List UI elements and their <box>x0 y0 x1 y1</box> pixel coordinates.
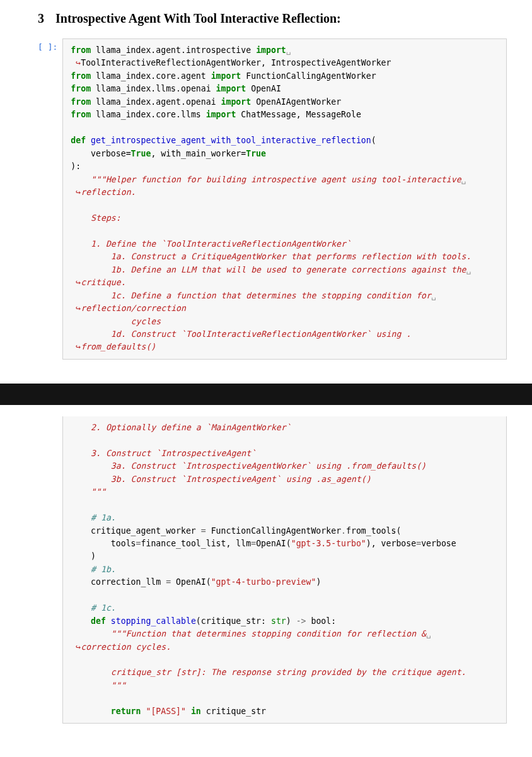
code-cell: [ ]: from llama_index.agent.introspectiv… <box>38 38 507 360</box>
code-block-2[interactable]: 2. Optionally define a `MainAgentWorker`… <box>62 416 507 724</box>
code-cell-cont: [ ]: 2. Optionally define a `MainAgentWo… <box>38 416 507 724</box>
code-block-1[interactable]: from llama_index.agent.introspective imp… <box>62 38 507 360</box>
notebook-page-2: [ ]: 2. Optionally define a `MainAgentWo… <box>0 416 532 736</box>
input-prompt[interactable]: [ ]: <box>38 38 57 52</box>
heading-title: Introspective Agent With Tool Interactiv… <box>55 11 341 25</box>
page-divider <box>0 384 532 405</box>
notebook-page: 3Introspective Agent With Tool Interacti… <box>0 0 532 372</box>
section-heading: 3Introspective Agent With Tool Interacti… <box>38 11 507 26</box>
heading-number: 3 <box>38 11 44 25</box>
